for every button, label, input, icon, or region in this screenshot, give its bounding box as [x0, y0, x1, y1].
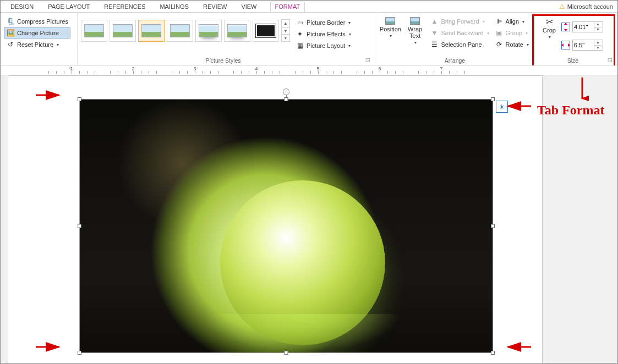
- width-input[interactable]: ▲▼: [572, 40, 603, 51]
- resize-handle-tl[interactable]: [78, 97, 81, 101]
- ribbon: 🗜️ Compress Pictures 🖼️ Change Picture ↺…: [1, 13, 617, 65]
- change-picture-icon: 🖼️: [6, 29, 15, 37]
- compress-pictures-button[interactable]: 🗜️ Compress Pictures: [4, 16, 70, 27]
- dropdown-icon: ▾: [526, 31, 528, 36]
- rotate-button[interactable]: ⟳ Rotate ▾: [493, 39, 531, 50]
- wrap-text-label: Wrap Text: [403, 26, 427, 39]
- dropdown-icon[interactable]: ▾: [349, 32, 351, 37]
- picture-effects-button[interactable]: ✦ Picture Effects ▾: [293, 29, 353, 40]
- ribbon-tab-list: DESIGN PAGE LAYOUT REFERENCES MAILINGS R…: [5, 2, 305, 12]
- group-picture-styles: ▲ ▼ ▾ ▭ Picture Border ▾ ✦ Picture Effec…: [78, 13, 375, 65]
- horizontal-ruler[interactable]: ◊ 1234567: [1, 65, 617, 75]
- dropdown-icon[interactable]: ▾: [390, 34, 392, 38]
- rotate-label: Rotate: [506, 41, 523, 48]
- spin-up-icon[interactable]: ▲: [594, 22, 601, 27]
- dropdown-icon[interactable]: ▾: [414, 40, 417, 45]
- compress-icon: 🗜️: [6, 17, 15, 26]
- resize-handle-t[interactable]: [285, 97, 288, 101]
- style-thumb-4[interactable]: [167, 20, 193, 42]
- picture-border-button[interactable]: ▭ Picture Border ▾: [293, 17, 353, 28]
- resize-handle-l[interactable]: [78, 224, 81, 228]
- selection-pane-icon: ☰: [430, 40, 439, 49]
- rotate-handle-icon[interactable]: [283, 89, 289, 95]
- crop-button[interactable]: ✂ Crop ▾: [538, 15, 560, 40]
- send-backward-button: ▼ Send Backward ▾: [428, 27, 491, 38]
- dropdown-icon[interactable]: ▾: [549, 35, 551, 40]
- group-adjust: 🗜️ Compress Pictures 🖼️ Change Picture ↺…: [1, 13, 78, 65]
- gallery-down-icon[interactable]: ▼: [282, 27, 289, 34]
- layout-options-chip[interactable]: ☀: [496, 101, 508, 113]
- picture-style-gallery: ▲ ▼ ▾: [81, 15, 290, 42]
- height-field[interactable]: [573, 24, 594, 30]
- height-row: ▲▼: [561, 21, 603, 32]
- picture-layout-button[interactable]: ▦ Picture Layout ▾: [293, 40, 353, 51]
- change-picture-button[interactable]: 🖼️ Change Picture: [4, 27, 70, 38]
- picture-border-icon: ▭: [296, 18, 304, 27]
- group-icon: ▣: [495, 29, 504, 37]
- reset-picture-dropdown-icon[interactable]: ▾: [57, 42, 59, 47]
- height-icon: [561, 23, 570, 31]
- style-thumb-1[interactable]: [81, 20, 107, 42]
- width-field[interactable]: [573, 42, 594, 48]
- tab-format[interactable]: FORMAT: [270, 2, 305, 12]
- tab-view[interactable]: VIEW: [240, 2, 258, 12]
- position-button[interactable]: Position ▾: [379, 15, 402, 38]
- align-button[interactable]: ⊫ Align ▾: [493, 16, 531, 27]
- style-thumb-6[interactable]: [224, 20, 250, 42]
- size-launcher-icon[interactable]: ◲: [608, 57, 614, 63]
- gallery-more-icon[interactable]: ▾: [282, 34, 289, 41]
- image-content: [80, 100, 493, 352]
- tab-page-layout[interactable]: PAGE LAYOUT: [47, 2, 91, 12]
- layout-options-icon: ☀: [499, 103, 505, 111]
- bring-forward-button: ▲ Bring Forward ▾: [428, 16, 491, 27]
- dropdown-icon[interactable]: ▾: [522, 19, 524, 24]
- tab-references[interactable]: REFERENCES: [103, 2, 146, 12]
- resize-handle-b[interactable]: [285, 351, 288, 355]
- gallery-up-icon[interactable]: ▲: [282, 20, 289, 27]
- resize-handle-bl[interactable]: [78, 351, 81, 355]
- crop-icon: ✂: [545, 17, 554, 26]
- selection-pane-button[interactable]: ☰ Selection Pane: [428, 39, 491, 50]
- tab-review[interactable]: REVIEW: [202, 2, 228, 12]
- style-thumb-2[interactable]: [110, 20, 136, 42]
- dropdown-icon: ▾: [483, 19, 485, 24]
- account-area[interactable]: ⚠ Microsoft accoun: [559, 3, 613, 10]
- wrap-text-button[interactable]: Wrap Text ▾: [403, 15, 427, 45]
- ribbon-tabs-row: DESIGN PAGE LAYOUT REFERENCES MAILINGS R…: [1, 1, 617, 13]
- resize-handle-tr[interactable]: [491, 97, 495, 101]
- style-thumb-7[interactable]: [253, 20, 279, 42]
- group-label-arrange: Arrange: [379, 57, 531, 65]
- page[interactable]: ☀: [8, 75, 543, 363]
- resize-handle-r[interactable]: [491, 224, 495, 228]
- group-size: ✂ Crop ▾ ▲▼ ▲▼: [535, 13, 617, 65]
- picture-layout-label: Picture Layout: [307, 42, 345, 49]
- group-objects-label: Group: [506, 30, 523, 36]
- selected-image[interactable]: ☀: [79, 99, 493, 353]
- group-arrange: Position ▾ Wrap Text ▾ ▲ Bring Forward ▾…: [375, 13, 535, 65]
- dropdown-icon[interactable]: ▾: [527, 42, 529, 47]
- dropdown-icon[interactable]: ▾: [348, 20, 351, 25]
- height-input[interactable]: ▲▼: [572, 21, 603, 32]
- group-label-size: Size: [567, 57, 578, 64]
- bring-forward-label: Bring Forward: [441, 18, 479, 25]
- spin-down-icon[interactable]: ▼: [594, 45, 601, 50]
- align-label: Align: [506, 18, 519, 25]
- send-backward-icon: ▼: [430, 29, 439, 37]
- change-picture-label: Change Picture: [17, 30, 59, 36]
- spin-up-icon[interactable]: ▲: [594, 40, 601, 45]
- send-backward-label: Send Backward: [441, 30, 484, 36]
- resize-handle-br[interactable]: [491, 351, 495, 355]
- tab-design[interactable]: DESIGN: [9, 2, 35, 12]
- spin-down-icon[interactable]: ▼: [594, 27, 601, 32]
- reset-picture-button[interactable]: ↺ Reset Picture ▾: [4, 39, 70, 50]
- align-icon: ⊫: [495, 17, 504, 26]
- style-thumb-3[interactable]: [138, 20, 165, 42]
- bring-forward-icon: ▲: [430, 17, 439, 26]
- picture-layout-icon: ▦: [296, 41, 304, 50]
- dropdown-icon[interactable]: ▾: [348, 43, 351, 48]
- picture-styles-launcher-icon[interactable]: ◲: [365, 57, 371, 63]
- document-area: ☀: [1, 75, 617, 363]
- tab-mailings[interactable]: MAILINGS: [158, 2, 190, 12]
- selection-pane-label: Selection Pane: [441, 41, 482, 48]
- style-thumb-5[interactable]: [195, 20, 222, 42]
